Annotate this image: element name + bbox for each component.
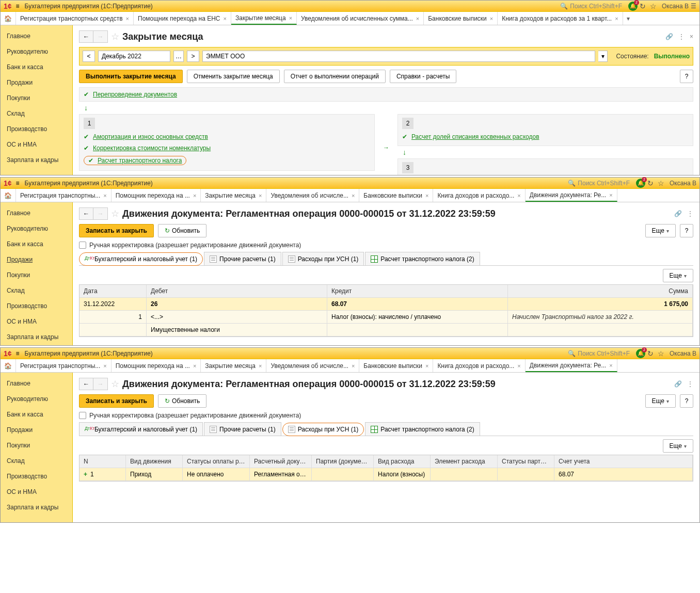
spravki-button[interactable]: Справки - расчеты bbox=[390, 70, 456, 83]
home-tab[interactable]: 🏠 bbox=[1, 189, 16, 202]
nav-salary[interactable]: Зарплата и кадры bbox=[1, 152, 72, 168]
col-date[interactable]: Дата bbox=[79, 285, 147, 298]
back-button[interactable]: ← bbox=[79, 30, 93, 43]
tabs-overflow[interactable]: ▾ bbox=[623, 12, 633, 25]
tab-3[interactable]: Закрытие месяца× bbox=[231, 12, 297, 25]
nav-main[interactable]: Главное bbox=[1, 205, 72, 221]
close-icon[interactable]: × bbox=[416, 15, 419, 22]
nav-os[interactable]: ОС и НМА bbox=[1, 484, 72, 500]
nav-sales[interactable]: Продажи bbox=[1, 252, 72, 267]
close-icon[interactable]: × bbox=[193, 193, 196, 199]
tab-7[interactable]: Движения документа: Ре...× bbox=[526, 359, 617, 372]
table-row[interactable]: +1 Приход Не оплачено Регламентная опе..… bbox=[79, 468, 693, 481]
tab-2[interactable]: Помощник перехода на ЕНС× bbox=[134, 12, 231, 25]
close-icon[interactable]: × bbox=[490, 15, 493, 22]
tab-3[interactable]: Закрытие месяца× bbox=[201, 189, 266, 202]
cancel-close-button[interactable]: Отменить закрытие месяца bbox=[187, 70, 280, 83]
nav-os[interactable]: ОС и НМА bbox=[1, 314, 72, 329]
col-expense[interactable]: Вид расхода bbox=[374, 455, 431, 468]
close-icon[interactable]: × bbox=[517, 193, 520, 199]
step-indirect[interactable]: Расчет долей списания косвенных расходов bbox=[411, 133, 539, 140]
hamburger-icon[interactable]: ≡ bbox=[16, 3, 20, 10]
close-icon[interactable]: × bbox=[103, 193, 106, 199]
subtab-transport[interactable]: Расчет транспортного налога (2) bbox=[365, 252, 480, 265]
nav-production[interactable]: Производство bbox=[1, 469, 72, 484]
col-party[interactable]: Партия (документ ... bbox=[312, 455, 374, 468]
step-repost[interactable]: Перепроведение документов bbox=[93, 91, 177, 98]
nav-production[interactable]: Производство bbox=[1, 121, 72, 137]
star-icon[interactable]: ☆ bbox=[658, 179, 664, 187]
nav-stock[interactable]: Склад bbox=[1, 453, 72, 469]
close-icon[interactable]: × bbox=[609, 192, 612, 198]
close-icon[interactable]: × bbox=[352, 193, 355, 199]
subtab-usn[interactable]: Расходы при УСН (1) bbox=[282, 252, 364, 265]
col-n[interactable]: N bbox=[79, 455, 126, 468]
step-transport-tax[interactable]: Расчет транспортного налога bbox=[98, 157, 182, 164]
org-input[interactable]: ЭММЕТ ООО bbox=[202, 51, 595, 62]
tab-6[interactable]: Книга доходов и расходов за 1 кварт...× bbox=[498, 12, 623, 25]
subtab-usn[interactable]: Расходы при УСН (1) bbox=[282, 423, 364, 436]
forward-button[interactable]: → bbox=[93, 378, 108, 390]
hamburger-icon[interactable]: ≡ bbox=[16, 180, 20, 187]
nav-purchases[interactable]: Покупки bbox=[1, 267, 72, 283]
close-icon[interactable]: × bbox=[615, 15, 618, 22]
period-next[interactable]: > bbox=[187, 51, 199, 62]
col-status[interactable]: Статусы оплаты рас... bbox=[183, 455, 250, 468]
close-icon[interactable]: × bbox=[259, 193, 262, 199]
tab-5[interactable]: Банковские выписки× bbox=[424, 12, 498, 25]
forward-button[interactable]: → bbox=[93, 207, 108, 220]
more-button[interactable]: Еще bbox=[645, 224, 676, 237]
history-icon[interactable]: ↻ bbox=[647, 179, 654, 187]
favorite-icon[interactable]: ☆ bbox=[111, 378, 119, 390]
nav-salary[interactable]: Зарплата и кадры bbox=[1, 500, 72, 515]
col-kredit[interactable]: Кредит bbox=[327, 285, 508, 298]
home-tab[interactable]: 🏠 bbox=[1, 12, 16, 25]
table-row[interactable]: 31.12.2022 26 68.07 1 675,00 bbox=[79, 298, 693, 311]
subtab-accounting[interactable]: ДтКтБухгалтерский и налоговый учет (1) bbox=[79, 252, 203, 266]
tab-1[interactable]: Регистрация транспортны...× bbox=[16, 359, 112, 372]
close-icon[interactable]: × bbox=[352, 363, 355, 369]
back-button[interactable]: ← bbox=[79, 207, 93, 220]
tab-4[interactable]: Уведомления об исчисле...× bbox=[266, 359, 359, 372]
home-tab[interactable]: 🏠 bbox=[1, 359, 16, 372]
link-icon[interactable]: 🔗 bbox=[674, 380, 682, 388]
tab-1[interactable]: Регистрация транспортных средств× bbox=[16, 12, 134, 25]
star-icon[interactable]: ☆ bbox=[658, 349, 664, 358]
manual-checkbox[interactable] bbox=[79, 242, 86, 249]
subtab-accounting[interactable]: ДтКтБухгалтерский и налоговый учет (1) bbox=[79, 422, 203, 436]
nav-purchases[interactable]: Покупки bbox=[1, 90, 72, 106]
close-icon[interactable]: × bbox=[289, 15, 292, 21]
run-close-button[interactable]: Выполнить закрытие месяца bbox=[79, 70, 183, 83]
search-input[interactable]: 🔍Поиск Ctrl+Shift+F bbox=[566, 179, 632, 188]
star-icon[interactable]: ☆ bbox=[650, 2, 657, 10]
search-input[interactable]: 🔍Поиск Ctrl+Shift+F bbox=[566, 349, 632, 358]
nav-main[interactable]: Главное bbox=[1, 376, 72, 391]
refresh-button[interactable]: ↻Обновить bbox=[158, 394, 206, 408]
nav-sales[interactable]: Продажи bbox=[1, 422, 72, 438]
nav-production[interactable]: Производство bbox=[1, 298, 72, 314]
history-icon[interactable]: ↻ bbox=[647, 349, 654, 358]
close-icon[interactable]: × bbox=[517, 363, 520, 369]
close-icon[interactable]: × bbox=[690, 33, 693, 40]
tab-4[interactable]: Уведомления об исчисле...× bbox=[266, 189, 359, 202]
col-account[interactable]: Счет учета bbox=[554, 455, 693, 468]
nav-bank[interactable]: Банк и касса bbox=[1, 59, 72, 75]
col-movement[interactable]: Вид движения bbox=[126, 455, 183, 468]
tab-6[interactable]: Книга доходов и расходо...× bbox=[433, 189, 525, 202]
subtab-other[interactable]: Прочие расчеты (1) bbox=[204, 252, 281, 265]
help-button[interactable]: ? bbox=[680, 70, 693, 83]
nav-bank[interactable]: Банк и касса bbox=[1, 407, 72, 422]
table-more-button[interactable]: Еще bbox=[663, 439, 693, 453]
close-icon[interactable]: × bbox=[224, 15, 227, 22]
table-more-button[interactable]: Еще bbox=[663, 269, 693, 282]
report-button[interactable]: Отчет о выполнении операций bbox=[284, 70, 386, 83]
favorite-icon[interactable]: ☆ bbox=[111, 31, 119, 42]
link-icon[interactable]: 🔗 bbox=[674, 210, 682, 217]
col-debet[interactable]: Дебет bbox=[147, 285, 327, 298]
close-icon[interactable]: × bbox=[259, 363, 262, 369]
col-pstatus[interactable]: Статусы партий ... bbox=[498, 455, 554, 468]
nav-bank[interactable]: Банк и касса bbox=[1, 236, 72, 252]
tab-3[interactable]: Закрытие месяца× bbox=[201, 359, 266, 372]
tab-2[interactable]: Помощник перехода на ...× bbox=[112, 359, 201, 372]
help-button[interactable]: ? bbox=[680, 224, 693, 237]
